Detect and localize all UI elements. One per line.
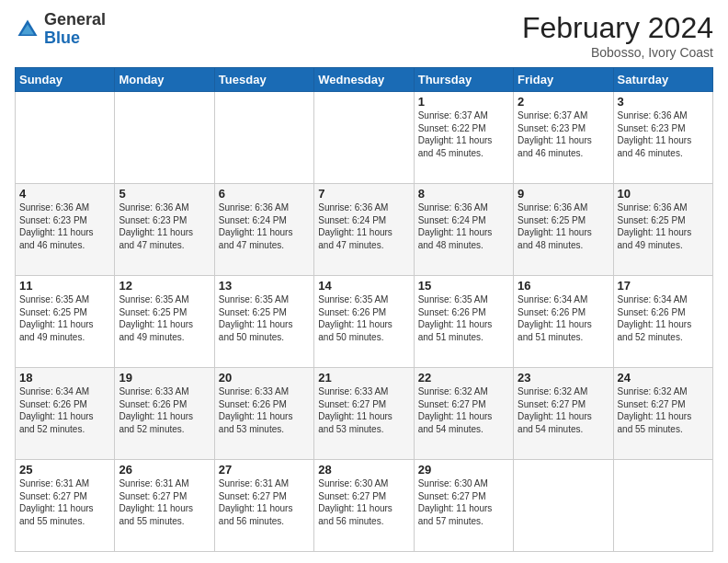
calendar-header-tuesday: Tuesday [214,68,313,92]
month-year: February 2024 [522,11,713,45]
logo-general: General [44,10,106,29]
location: Bobosso, Ivory Coast [522,45,713,60]
day-number: 21 [318,371,409,385]
calendar-week-2: 4Sunrise: 6:36 AMSunset: 6:23 PMDaylight… [16,184,713,276]
calendar-cell: 5Sunrise: 6:36 AMSunset: 6:23 PMDaylight… [115,184,214,276]
day-number: 29 [418,463,509,477]
day-number: 18 [19,371,110,385]
day-number: 2 [518,95,609,109]
page: General Blue February 2024 Bobosso, Ivor… [0,0,728,563]
logo: General Blue [15,11,106,48]
calendar-cell [214,92,313,184]
day-number: 17 [618,279,709,293]
day-number: 7 [318,187,409,201]
day-info: Sunrise: 6:36 AMSunset: 6:24 PMDaylight:… [418,201,509,251]
day-info: Sunrise: 6:36 AMSunset: 6:25 PMDaylight:… [618,201,709,251]
day-number: 9 [518,187,609,201]
day-info: Sunrise: 6:33 AMSunset: 6:26 PMDaylight:… [119,385,210,435]
day-info: Sunrise: 6:32 AMSunset: 6:27 PMDaylight:… [518,385,609,435]
day-number: 10 [618,187,709,201]
calendar-cell: 17Sunrise: 6:34 AMSunset: 6:26 PMDayligh… [613,276,712,368]
calendar-cell: 7Sunrise: 6:36 AMSunset: 6:24 PMDaylight… [314,184,414,276]
calendar-cell: 18Sunrise: 6:34 AMSunset: 6:26 PMDayligh… [16,368,115,460]
day-number: 1 [418,95,509,109]
day-number: 23 [518,371,609,385]
day-number: 6 [219,187,310,201]
header: General Blue February 2024 Bobosso, Ivor… [15,11,713,60]
day-info: Sunrise: 6:35 AMSunset: 6:26 PMDaylight:… [418,293,509,343]
day-info: Sunrise: 6:34 AMSunset: 6:26 PMDaylight:… [19,385,110,435]
calendar-cell: 22Sunrise: 6:32 AMSunset: 6:27 PMDayligh… [414,368,513,460]
day-number: 8 [418,187,509,201]
calendar-cell: 8Sunrise: 6:36 AMSunset: 6:24 PMDaylight… [414,184,513,276]
calendar-cell: 19Sunrise: 6:33 AMSunset: 6:26 PMDayligh… [115,368,214,460]
logo-text: General Blue [44,11,106,48]
calendar-header-monday: Monday [115,68,214,92]
calendar-header-sunday: Sunday [16,68,115,92]
day-info: Sunrise: 6:34 AMSunset: 6:26 PMDaylight:… [518,293,609,343]
day-number: 20 [219,371,310,385]
day-info: Sunrise: 6:33 AMSunset: 6:26 PMDaylight:… [219,385,310,435]
calendar-cell [613,460,712,552]
calendar-cell: 1Sunrise: 6:37 AMSunset: 6:22 PMDaylight… [414,92,513,184]
calendar-cell: 26Sunrise: 6:31 AMSunset: 6:27 PMDayligh… [115,460,214,552]
day-info: Sunrise: 6:32 AMSunset: 6:27 PMDaylight:… [418,385,509,435]
day-info: Sunrise: 6:34 AMSunset: 6:26 PMDaylight:… [618,293,709,343]
day-number: 19 [119,371,210,385]
calendar-cell [514,460,613,552]
day-number: 16 [518,279,609,293]
calendar-cell: 28Sunrise: 6:30 AMSunset: 6:27 PMDayligh… [314,460,414,552]
calendar-header-friday: Friday [514,68,613,92]
day-info: Sunrise: 6:33 AMSunset: 6:27 PMDaylight:… [318,385,409,435]
day-number: 28 [318,463,409,477]
day-info: Sunrise: 6:36 AMSunset: 6:23 PMDaylight:… [19,201,110,251]
day-info: Sunrise: 6:37 AMSunset: 6:23 PMDaylight:… [518,109,609,159]
day-info: Sunrise: 6:35 AMSunset: 6:26 PMDaylight:… [318,293,409,343]
day-info: Sunrise: 6:30 AMSunset: 6:27 PMDaylight:… [418,477,509,527]
calendar-cell [16,92,115,184]
day-number: 12 [119,279,210,293]
calendar-week-5: 25Sunrise: 6:31 AMSunset: 6:27 PMDayligh… [16,460,713,552]
calendar-header-wednesday: Wednesday [314,68,414,92]
calendar-cell: 2Sunrise: 6:37 AMSunset: 6:23 PMDaylight… [514,92,613,184]
day-number: 15 [418,279,509,293]
calendar-cell [115,92,214,184]
day-number: 22 [418,371,509,385]
day-info: Sunrise: 6:31 AMSunset: 6:27 PMDaylight:… [19,477,110,527]
day-number: 3 [618,95,709,109]
calendar-cell: 21Sunrise: 6:33 AMSunset: 6:27 PMDayligh… [314,368,414,460]
day-info: Sunrise: 6:36 AMSunset: 6:23 PMDaylight:… [618,109,709,159]
calendar-cell: 9Sunrise: 6:36 AMSunset: 6:25 PMDaylight… [514,184,613,276]
day-info: Sunrise: 6:35 AMSunset: 6:25 PMDaylight:… [219,293,310,343]
day-number: 14 [318,279,409,293]
calendar-cell: 25Sunrise: 6:31 AMSunset: 6:27 PMDayligh… [16,460,115,552]
calendar-cell [314,92,414,184]
calendar-cell: 3Sunrise: 6:36 AMSunset: 6:23 PMDaylight… [613,92,712,184]
calendar-week-1: 1Sunrise: 6:37 AMSunset: 6:22 PMDaylight… [16,92,713,184]
calendar-cell: 6Sunrise: 6:36 AMSunset: 6:24 PMDaylight… [214,184,313,276]
day-number: 4 [19,187,110,201]
calendar-table: SundayMondayTuesdayWednesdayThursdayFrid… [15,67,713,552]
calendar-header-row: SundayMondayTuesdayWednesdayThursdayFrid… [16,68,713,92]
day-info: Sunrise: 6:30 AMSunset: 6:27 PMDaylight:… [318,477,409,527]
calendar-header-saturday: Saturday [613,68,712,92]
calendar-cell: 13Sunrise: 6:35 AMSunset: 6:25 PMDayligh… [214,276,313,368]
day-info: Sunrise: 6:35 AMSunset: 6:25 PMDaylight:… [119,293,210,343]
day-info: Sunrise: 6:31 AMSunset: 6:27 PMDaylight:… [219,477,310,527]
day-info: Sunrise: 6:36 AMSunset: 6:24 PMDaylight:… [219,201,310,251]
calendar-cell: 15Sunrise: 6:35 AMSunset: 6:26 PMDayligh… [414,276,513,368]
calendar-cell: 29Sunrise: 6:30 AMSunset: 6:27 PMDayligh… [414,460,513,552]
calendar-cell: 16Sunrise: 6:34 AMSunset: 6:26 PMDayligh… [514,276,613,368]
day-number: 27 [219,463,310,477]
calendar-week-3: 11Sunrise: 6:35 AMSunset: 6:25 PMDayligh… [16,276,713,368]
calendar-cell: 20Sunrise: 6:33 AMSunset: 6:26 PMDayligh… [214,368,313,460]
calendar-cell: 24Sunrise: 6:32 AMSunset: 6:27 PMDayligh… [613,368,712,460]
generalblue-logo-icon [15,17,40,42]
day-number: 24 [618,371,709,385]
day-info: Sunrise: 6:36 AMSunset: 6:25 PMDaylight:… [518,201,609,251]
day-info: Sunrise: 6:36 AMSunset: 6:24 PMDaylight:… [318,201,409,251]
logo-blue: Blue [44,29,80,47]
calendar-cell: 11Sunrise: 6:35 AMSunset: 6:25 PMDayligh… [16,276,115,368]
day-info: Sunrise: 6:31 AMSunset: 6:27 PMDaylight:… [119,477,210,527]
calendar-cell: 27Sunrise: 6:31 AMSunset: 6:27 PMDayligh… [214,460,313,552]
